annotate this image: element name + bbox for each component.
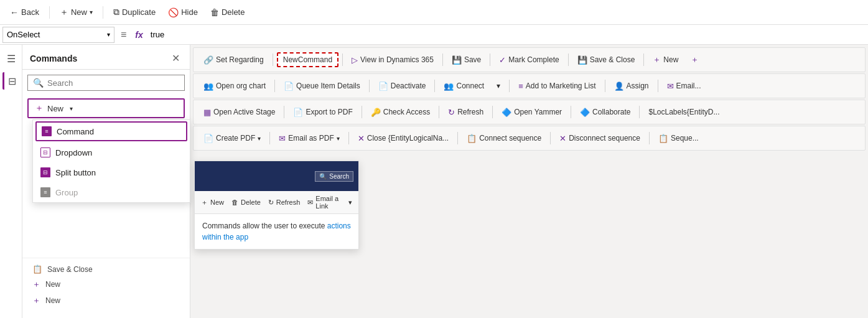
cmd-view-dynamics[interactable]: ▷ View in Dynamics 365 bbox=[347, 53, 439, 67]
dropdown-icon: ⊟ bbox=[40, 147, 50, 157]
cmd-refresh[interactable]: ↻ Refresh bbox=[443, 105, 488, 119]
new-button[interactable]: ＋ New ▾ bbox=[55, 4, 98, 21]
new-dropdown-button[interactable]: ＋ New ▾ bbox=[27, 98, 185, 118]
divider22 bbox=[550, 132, 551, 144]
divider18 bbox=[639, 106, 640, 118]
create-pdf-icon: 📄 bbox=[203, 134, 213, 143]
divider8 bbox=[369, 80, 370, 92]
connect-seq-icon: 📋 bbox=[467, 134, 477, 143]
tree-item-new-1[interactable]: ＋ New bbox=[27, 276, 185, 292]
cmd-close-entity[interactable]: ✕ Close {EntityLogicalNa... bbox=[353, 131, 454, 146]
seque-icon: 📋 bbox=[658, 134, 668, 143]
cmd-queue-item[interactable]: 📄 Queue Item Details bbox=[279, 79, 365, 93]
new-chevron-icon: ▾ bbox=[70, 105, 73, 112]
equals-separator: ≡ bbox=[117, 29, 130, 40]
main-area: ☰ ⊟ Commands ✕ 🔍 ＋ New ▾ ≡ Command bbox=[0, 45, 868, 318]
divider2 bbox=[342, 54, 343, 66]
delete-button[interactable]: 🗑 Delete bbox=[205, 5, 250, 20]
menu-icon[interactable]: ☰ bbox=[2, 50, 20, 67]
cmd-email[interactable]: ✉ Email... bbox=[662, 79, 706, 93]
tooltip-delete-icon: 🗑 bbox=[231, 199, 238, 206]
cmd-new-top[interactable]: ＋ New bbox=[648, 52, 683, 68]
create-pdf-chevron: ▾ bbox=[258, 135, 261, 142]
tree-item-new-2[interactable]: ＋ New bbox=[27, 292, 185, 309]
cmd-connect-seq[interactable]: 📋 Connect sequence bbox=[462, 131, 546, 146]
cmd-open-yammer[interactable]: 🔷 Open Yammer bbox=[497, 105, 567, 119]
commands-panel: Commands ✕ 🔍 ＋ New ▾ ≡ Command bbox=[22, 45, 190, 318]
tree-item-save-close[interactable]: 📋 Save & Close bbox=[27, 262, 185, 276]
cmd-row-1: 🔗 Set Regarding NewCommand ▷ View in Dyn… bbox=[193, 47, 866, 72]
cmd-disconnect-seq[interactable]: ✕ Disconnect sequence bbox=[554, 131, 645, 146]
cmd-deactivate[interactable]: 📄 Deactivate bbox=[373, 79, 431, 93]
cmd-check-access[interactable]: 🔑 Check Access bbox=[366, 105, 435, 119]
divider3 bbox=[442, 54, 443, 66]
cmd-dropdown-arrow[interactable]: ▾ bbox=[492, 79, 505, 93]
formula-input[interactable] bbox=[148, 30, 866, 39]
hide-button[interactable]: 🚫 Hide bbox=[163, 5, 203, 20]
commands-header: Commands ✕ bbox=[22, 45, 190, 70]
cmd-open-org[interactable]: 👥 Open org chart bbox=[198, 79, 271, 93]
search-icon: 🔍 bbox=[33, 78, 44, 88]
cmd-collaborate[interactable]: 🔷 Collaborate bbox=[575, 105, 635, 119]
duplicate-icon: ⧉ bbox=[113, 7, 119, 17]
search-box: 🔍 bbox=[27, 75, 185, 91]
new-plus-icon: ＋ bbox=[35, 103, 44, 114]
cmd-assign[interactable]: 👤 Assign bbox=[609, 79, 654, 93]
dropdown-item-dropdown[interactable]: ⊟ Dropdown bbox=[33, 143, 190, 162]
cmd-add-marketing[interactable]: ≡ Add to Marketing List bbox=[513, 79, 600, 93]
divider21 bbox=[457, 132, 458, 144]
separator2 bbox=[103, 6, 103, 19]
cmd-set-regarding[interactable]: 🔗 Set Regarding bbox=[198, 53, 269, 67]
divider17 bbox=[571, 106, 571, 118]
split-icon: ⊟ bbox=[40, 167, 50, 177]
email-icon: ✉ bbox=[667, 82, 674, 91]
sidebar-icons: ☰ ⊟ bbox=[0, 45, 22, 318]
close-panel-button[interactable]: ✕ bbox=[169, 51, 182, 65]
cmd-seque[interactable]: 📋 Seque... bbox=[653, 131, 704, 146]
tt-search-icon: 🔍 bbox=[319, 173, 327, 180]
cmd-mark-complete[interactable]: ✓ Mark Complete bbox=[494, 53, 564, 67]
cmd-row-4: 📄 Create PDF ▾ ✉ Email as PDF ▾ ✕ Close … bbox=[193, 126, 866, 151]
divider16 bbox=[492, 106, 493, 118]
view-dynamics-icon: ▷ bbox=[352, 55, 358, 65]
divider bbox=[273, 54, 273, 66]
cmd-loclabels[interactable]: $LocLabels{EntityD... bbox=[643, 105, 724, 119]
cmd-connect[interactable]: 👥 Connect bbox=[439, 79, 489, 93]
commands-title: Commands bbox=[30, 54, 77, 63]
save-icon: 💾 bbox=[452, 55, 462, 65]
new-command-box[interactable]: NewCommand bbox=[277, 52, 338, 67]
export-pdf-icon: 📄 bbox=[293, 108, 303, 117]
dropdown-item-command[interactable]: ≡ Command bbox=[35, 121, 187, 141]
new1-icon: ＋ bbox=[32, 279, 40, 290]
divider5 bbox=[568, 54, 569, 66]
divider11 bbox=[605, 80, 605, 92]
cmd-save-close[interactable]: 💾 Save & Close bbox=[572, 53, 640, 67]
tooltip-popup: 🔍 Search ＋ New 🗑 Delete ↻ Refr bbox=[194, 161, 359, 250]
formula-dropdown[interactable]: OnSelect ▾ bbox=[2, 27, 114, 43]
dropdown-chevron-icon: ▾ bbox=[107, 31, 110, 38]
tooltip-search: 🔍 Search bbox=[315, 171, 353, 182]
back-button[interactable]: ← Back bbox=[5, 5, 44, 20]
hide-icon: 🚫 bbox=[168, 7, 179, 17]
tree-icon[interactable]: ⊟ bbox=[2, 72, 20, 90]
cmd-email-as-pdf[interactable]: ✉ Email as PDF ▾ bbox=[274, 131, 344, 146]
duplicate-button[interactable]: ⧉ Duplicate bbox=[108, 4, 161, 20]
cmd-row-2: 👥 Open org chart 📄 Queue Item Details 📄 … bbox=[193, 73, 866, 98]
plus-icon: ＋ bbox=[60, 7, 68, 18]
email-pdf-chevron: ▾ bbox=[337, 135, 340, 142]
cmd-open-active[interactable]: ▦ Open Active Stage bbox=[198, 105, 280, 119]
connect-icon: 👥 bbox=[444, 82, 454, 91]
cmd-create-pdf[interactable]: 📄 Create PDF ▾ bbox=[198, 131, 266, 146]
divider9 bbox=[434, 80, 435, 92]
dropdown-item-split[interactable]: ⊟ Split button bbox=[33, 162, 190, 182]
cmd-save[interactable]: 💾 Save bbox=[447, 53, 486, 67]
cmd-more-top[interactable]: ＋ bbox=[686, 52, 704, 68]
refresh-icon: ↻ bbox=[448, 108, 455, 117]
divider23 bbox=[649, 132, 650, 144]
close-entity-icon: ✕ bbox=[358, 134, 365, 143]
back-icon: ← bbox=[10, 7, 19, 17]
add-marketing-icon: ≡ bbox=[518, 82, 523, 91]
search-input[interactable] bbox=[47, 78, 179, 88]
cmd-export-pdf[interactable]: 📄 Export to PDF bbox=[288, 105, 357, 119]
new2-icon: ＋ bbox=[32, 295, 40, 306]
